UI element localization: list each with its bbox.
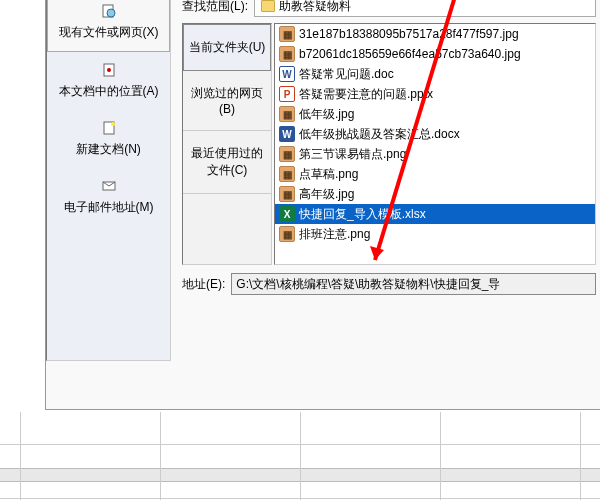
nav-this-document[interactable]: 本文档中的位置(A)	[47, 52, 170, 110]
file-name: 低年级.jpg	[299, 106, 354, 123]
svg-point-1	[107, 9, 115, 17]
svg-point-3	[107, 68, 111, 72]
nav-email-address[interactable]: 电子邮件地址(M)	[47, 168, 170, 226]
doc-file-icon: W	[279, 66, 295, 82]
svg-point-5	[111, 122, 115, 126]
file-row[interactable]: X快捷回复_导入模板.xlsx	[275, 204, 595, 224]
document-target-icon	[101, 62, 117, 78]
nav-label: 现有文件或网页(X)	[52, 24, 165, 41]
new-document-icon	[101, 120, 117, 136]
file-name: 低年级挑战题及答案汇总.docx	[299, 126, 460, 143]
nav-existing-file-web[interactable]: 现有文件或网页(X)	[47, 0, 170, 52]
file-row[interactable]: ▦低年级.jpg	[275, 104, 595, 124]
xlsx-file-icon: X	[279, 206, 295, 222]
file-row[interactable]: ▦排班注意.png	[275, 224, 595, 244]
tab-recent-files[interactable]: 最近使用过的文件(C)	[183, 131, 271, 194]
jpg-file-icon: ▦	[279, 26, 295, 42]
file-name: 第三节课易错点.png	[299, 146, 406, 163]
ppt-file-icon: P	[279, 86, 295, 102]
png-file-icon: ▦	[279, 166, 295, 182]
nav-label: 电子邮件地址(M)	[51, 199, 166, 216]
search-range-label: 查找范围(L):	[182, 0, 248, 15]
file-row[interactable]: ▦31e187b18388095b7517a28f477f597.jpg	[275, 24, 595, 44]
docx-file-icon: W	[279, 126, 295, 142]
png-file-icon: ▦	[279, 146, 295, 162]
file-row[interactable]: P答疑需要注意的问题.pptx	[275, 84, 595, 104]
tab-current-folder[interactable]: 当前文件夹(U)	[183, 24, 271, 71]
file-row[interactable]: ▦b72061dc185659e66f4ea57cb73a640.jpg	[275, 44, 595, 64]
nav-new-document[interactable]: 新建文档(N)	[47, 110, 170, 168]
email-icon	[101, 178, 117, 194]
file-row[interactable]: ▦点草稿.png	[275, 164, 595, 184]
nav-label: 本文档中的位置(A)	[51, 83, 166, 100]
file-name: 高年级.jpg	[299, 186, 354, 203]
file-row[interactable]: W低年级挑战题及答案汇总.docx	[275, 124, 595, 144]
jpg-file-icon: ▦	[279, 46, 295, 62]
file-name: 排班注意.png	[299, 226, 370, 243]
file-name: 31e187b18388095b7517a28f477f597.jpg	[299, 27, 519, 41]
search-range-dropdown[interactable]: 助教答疑物料	[254, 0, 596, 17]
jpg-file-icon: ▦	[279, 106, 295, 122]
file-row[interactable]: W答疑常见问题.doc	[275, 64, 595, 84]
file-name: 答疑需要注意的问题.pptx	[299, 86, 433, 103]
nav-label: 新建文档(N)	[51, 141, 166, 158]
file-row[interactable]: ▦第三节课易错点.png	[275, 144, 595, 164]
file-name: b72061dc185659e66f4ea57cb73a640.jpg	[299, 47, 521, 61]
left-nav-panel: 现有文件或网页(X) 本文档中的位置(A) 新建文档(N) 电子邮件地址(M)	[46, 0, 171, 361]
address-label: 地址(E):	[182, 276, 225, 293]
png-file-icon: ▦	[279, 226, 295, 242]
file-row[interactable]: ▦高年级.jpg	[275, 184, 595, 204]
jpg-file-icon: ▦	[279, 186, 295, 202]
address-input[interactable]: G:\文档\核桃编程\答疑\助教答疑物料\快捷回复_导	[231, 273, 596, 295]
file-name: 点草稿.png	[299, 166, 358, 183]
search-range-value: 助教答疑物料	[279, 0, 351, 15]
address-value: G:\文档\核桃编程\答疑\助教答疑物料\快捷回复_导	[236, 276, 500, 293]
globe-page-icon	[101, 3, 117, 19]
file-list[interactable]: ▦31e187b18388095b7517a28f477f597.jpg▦b72…	[274, 23, 596, 265]
folder-icon	[261, 0, 275, 12]
tab-browsed-pages[interactable]: 浏览过的网页(B)	[183, 71, 271, 131]
tabs-column: 当前文件夹(U) 浏览过的网页(B) 最近使用过的文件(C)	[182, 23, 272, 265]
file-name: 快捷回复_导入模板.xlsx	[299, 206, 426, 223]
file-name: 答疑常见问题.doc	[299, 66, 394, 83]
spreadsheet-grid	[0, 412, 600, 500]
